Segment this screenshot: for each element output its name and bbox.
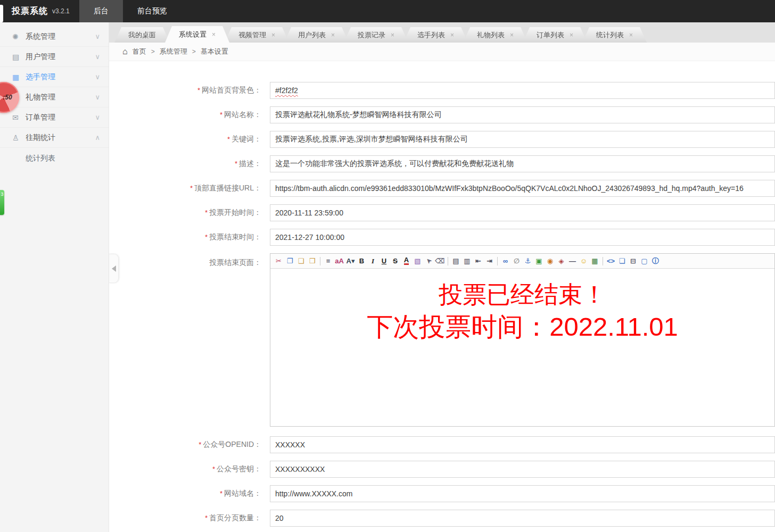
- bold-icon[interactable]: B: [356, 255, 367, 267]
- line-height-icon-glyph: ≡: [326, 257, 331, 265]
- list-icon[interactable]: ▥: [461, 255, 473, 267]
- sidebar-item-gifts-label: 礼物管理: [26, 93, 55, 102]
- description-input[interactable]: [270, 155, 775, 172]
- side-float-widget[interactable]: 3: [0, 190, 4, 215]
- fullscreen-icon[interactable]: ▢: [639, 255, 650, 267]
- vote-end-time-input[interactable]: [270, 229, 775, 246]
- about-icon[interactable]: ⓘ: [650, 255, 661, 267]
- form-icon[interactable]: ▦: [589, 255, 600, 267]
- site-name-input[interactable]: [270, 106, 775, 123]
- breadcrumb-home[interactable]: 首页: [133, 47, 146, 56]
- outdent-icon[interactable]: ⇤: [473, 255, 484, 267]
- page-size-input[interactable]: [270, 510, 775, 527]
- sidebar-collapse-handle[interactable]: [109, 254, 119, 283]
- close-icon[interactable]: ×: [570, 31, 573, 39]
- site-name-label: *网站名称：: [109, 110, 261, 120]
- tab-gift-list[interactable]: 礼物列表×: [463, 27, 527, 43]
- paste-text-icon-glyph: ❒: [309, 257, 316, 265]
- paste-icon[interactable]: ❑: [295, 255, 307, 267]
- paste-text-icon[interactable]: ❒: [307, 255, 318, 267]
- indent-icon[interactable]: ⇥: [484, 255, 495, 267]
- tab-order-list[interactable]: 订单列表×: [523, 27, 587, 43]
- breadcrumb: ⌂ 首页 > 系统管理 > 基本设置: [109, 43, 775, 61]
- breadcrumb-item-current: 基本设置: [201, 47, 228, 56]
- font-size-icon[interactable]: A▾: [345, 255, 356, 267]
- breadcrumb-item-system[interactable]: 系统管理: [160, 47, 187, 56]
- sidebar-item-system[interactable]: ✺系统管理∨: [0, 27, 109, 47]
- align-icon[interactable]: ▤: [450, 255, 461, 267]
- keywords-input[interactable]: [270, 131, 775, 148]
- italic-icon[interactable]: I: [367, 255, 378, 267]
- editor-line-2: 下次投票时间：2022.11.01: [270, 310, 774, 344]
- vote-start-time-input[interactable]: [270, 204, 775, 221]
- preview-icon-glyph: ❏: [619, 257, 625, 265]
- image-icon[interactable]: ▣: [533, 255, 545, 267]
- line-height-icon[interactable]: ≡: [323, 255, 334, 267]
- hr-icon[interactable]: —: [567, 255, 578, 267]
- appsecret-input[interactable]: [270, 461, 775, 478]
- bg-color-input[interactable]: #f2f2f2: [270, 82, 775, 99]
- tab-stat-list[interactable]: 统计列表×: [582, 27, 647, 43]
- form-rows-top: *网站首页背景色：#f2f2f2*网站名称：*关键词：*描述：*顶部直播链接UR…: [109, 82, 775, 246]
- sidebar-item-orders-label: 订单管理: [26, 113, 55, 122]
- bg-color-icon-glyph: ▧: [414, 257, 421, 265]
- app-version: v3.2.1: [52, 7, 70, 15]
- bg-color-label-text: 网站首页背景色：: [202, 86, 261, 94]
- preview-icon[interactable]: ❏: [616, 255, 628, 267]
- openid-input[interactable]: [270, 436, 775, 453]
- emoticon-icon[interactable]: ☺: [578, 255, 589, 267]
- anchor-icon[interactable]: ⚓: [522, 255, 533, 267]
- photo-icon: ▦: [12, 73, 26, 81]
- strikethrough-icon[interactable]: S: [390, 255, 401, 267]
- cut-icon[interactable]: ✂: [273, 255, 284, 267]
- tab-system-settings[interactable]: 系统设置×: [165, 26, 229, 43]
- description-label: *描述：: [109, 159, 261, 169]
- copy-icon[interactable]: ❐: [284, 255, 295, 267]
- close-icon[interactable]: ×: [271, 31, 275, 39]
- tab-my-desktop[interactable]: 我的桌面: [114, 27, 170, 43]
- sidebar-item-stats[interactable]: ♙往期统计∧: [0, 128, 109, 148]
- link-icon[interactable]: ∞: [500, 255, 511, 267]
- tab-vote-records[interactable]: 投票记录×: [344, 27, 408, 43]
- tab-user-list[interactable]: 用户列表×: [284, 27, 349, 43]
- domain-input[interactable]: [270, 485, 775, 502]
- app-title-text: 投票系统: [12, 6, 48, 17]
- media-icon[interactable]: ◈: [556, 255, 567, 267]
- close-icon[interactable]: ×: [331, 31, 335, 39]
- live-url-input[interactable]: [270, 180, 775, 197]
- font-family-icon[interactable]: aA: [334, 255, 345, 267]
- sidebar-item-users[interactable]: ▤用户管理∨: [0, 47, 109, 67]
- vote-end-page-label: 投票结束页面：: [109, 253, 261, 268]
- sidebar-item-players[interactable]: ▦选手管理∨: [0, 67, 109, 87]
- close-icon[interactable]: ×: [629, 31, 633, 39]
- flash-icon[interactable]: ◉: [545, 255, 556, 267]
- image-icon-glyph: ▣: [535, 257, 542, 265]
- close-icon[interactable]: ×: [212, 31, 216, 38]
- sidebar-item-orders[interactable]: ✉订单管理∨: [0, 107, 109, 128]
- tab-stat-list-label: 统计列表: [596, 30, 624, 40]
- topbar: 投票系统 v3.2.1 后台前台预览: [0, 0, 775, 22]
- tab-user-list-label: 用户列表: [298, 30, 326, 40]
- tab-player-list[interactable]: 选手列表×: [403, 27, 468, 43]
- chat-icon: ✉: [12, 113, 26, 122]
- form-row-domain: *网站域名：: [109, 485, 775, 502]
- notebook-icon: ▤: [12, 53, 26, 61]
- underline-icon[interactable]: U: [378, 255, 390, 267]
- vote-end-page-label-text: 投票结束页面：: [209, 258, 261, 267]
- text-color-icon[interactable]: A: [401, 255, 412, 267]
- close-icon[interactable]: ×: [450, 31, 454, 39]
- recorder-overlay-fragment: [0, 5, 3, 22]
- nav-frontend-preview[interactable]: 前台预览: [123, 0, 182, 22]
- print-icon[interactable]: ⊟: [628, 255, 639, 267]
- close-icon[interactable]: ×: [391, 31, 394, 39]
- form-row-live-url: *顶部直播链接URL：: [109, 180, 775, 197]
- underline-icon-glyph: U: [382, 257, 386, 265]
- nav-backend[interactable]: 后台: [79, 0, 123, 22]
- sidebar-subitem-stat-list[interactable]: 统计列表: [0, 148, 109, 169]
- form-row-keywords: *关键词：: [109, 131, 775, 148]
- unlink-icon[interactable]: ∅: [511, 255, 522, 267]
- code-icon[interactable]: <>: [605, 255, 616, 267]
- close-icon[interactable]: ×: [510, 31, 514, 39]
- editor-body[interactable]: 投票已经结束！ 下次投票时间：2022.11.01: [270, 269, 774, 427]
- tab-video-mgmt[interactable]: 视频管理×: [225, 27, 289, 43]
